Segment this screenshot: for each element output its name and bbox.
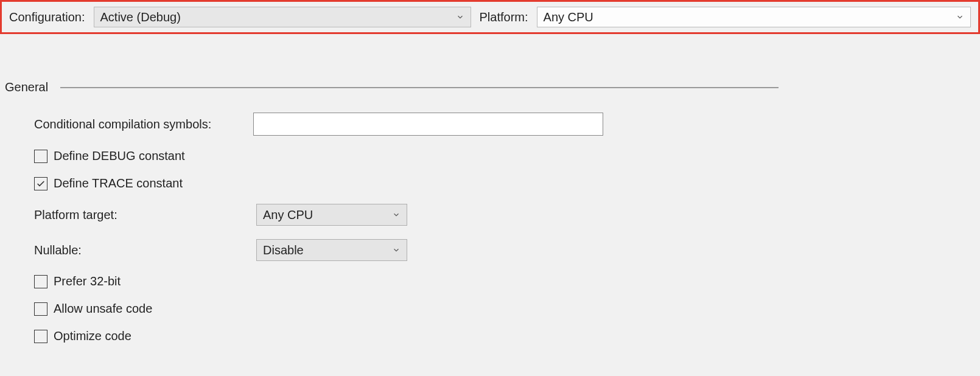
- prefer-32bit-checkbox[interactable]: [34, 275, 47, 288]
- configuration-value: Active (Debug): [100, 10, 181, 24]
- chevron-down-icon: [392, 208, 401, 222]
- nullable-dropdown[interactable]: Disable: [256, 239, 407, 261]
- section-title: General: [5, 80, 48, 94]
- row-nullable: Nullable: Disable: [34, 239, 980, 261]
- platform-value: Any CPU: [544, 10, 593, 24]
- conditional-symbols-input[interactable]: [253, 113, 603, 136]
- build-settings-panel: General Conditional compilation symbols:…: [0, 34, 980, 343]
- define-debug-label: Define DEBUG constant: [54, 149, 185, 163]
- define-trace-checkbox[interactable]: [34, 177, 47, 190]
- allow-unsafe-checkbox[interactable]: [34, 302, 47, 316]
- row-optimize-code: Optimize code: [34, 329, 980, 343]
- platform-dropdown[interactable]: Any CPU: [537, 7, 971, 27]
- row-allow-unsafe: Allow unsafe code: [34, 302, 980, 316]
- config-platform-bar: Configuration: Active (Debug) Platform: …: [0, 0, 980, 34]
- prefer-32bit-label: Prefer 32-bit: [54, 274, 121, 288]
- allow-unsafe-label: Allow unsafe code: [54, 302, 152, 316]
- row-define-debug: Define DEBUG constant: [34, 149, 980, 163]
- row-prefer-32bit: Prefer 32-bit: [34, 274, 980, 288]
- row-define-trace: Define TRACE constant: [34, 176, 980, 190]
- platform-label: Platform:: [480, 10, 528, 24]
- optimize-code-checkbox[interactable]: [34, 330, 47, 343]
- section-divider: [60, 87, 779, 88]
- nullable-value: Disable: [263, 243, 304, 257]
- platform-target-dropdown[interactable]: Any CPU: [256, 204, 407, 226]
- chevron-down-icon: [392, 243, 401, 257]
- define-trace-label: Define TRACE constant: [54, 176, 183, 190]
- nullable-label: Nullable:: [34, 243, 256, 257]
- section-header-general: General: [5, 80, 980, 94]
- configuration-dropdown[interactable]: Active (Debug): [94, 7, 471, 27]
- chevron-down-icon: [956, 13, 964, 21]
- platform-target-value: Any CPU: [263, 208, 313, 222]
- optimize-code-label: Optimize code: [54, 329, 131, 343]
- general-form: Conditional compilation symbols: Define …: [5, 113, 980, 343]
- configuration-label: Configuration:: [9, 10, 85, 24]
- conditional-symbols-label: Conditional compilation symbols:: [34, 117, 253, 131]
- define-debug-checkbox[interactable]: [34, 150, 47, 163]
- platform-target-label: Platform target:: [34, 208, 256, 222]
- row-platform-target: Platform target: Any CPU: [34, 204, 980, 226]
- chevron-down-icon: [456, 13, 464, 21]
- row-conditional-symbols: Conditional compilation symbols:: [34, 113, 980, 136]
